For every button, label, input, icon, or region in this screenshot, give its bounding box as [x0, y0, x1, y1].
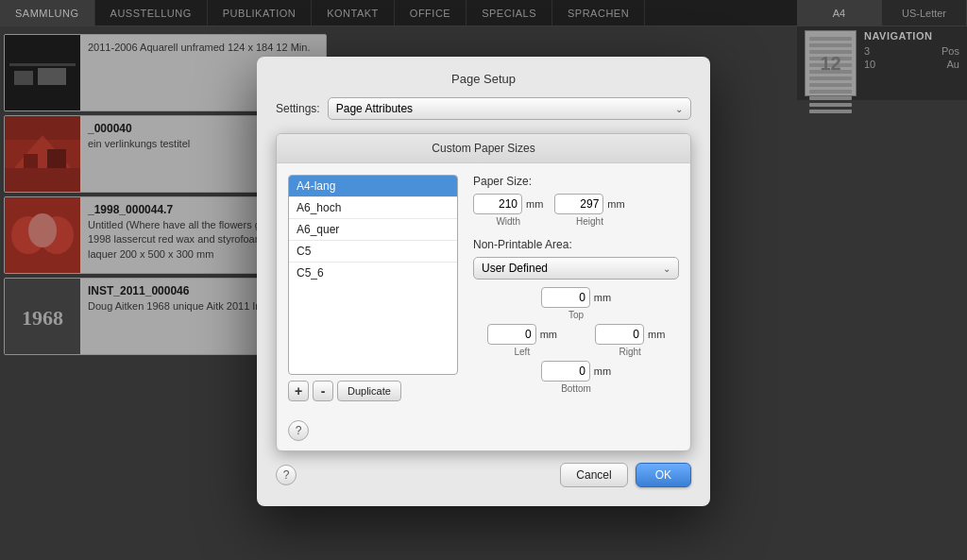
width-group: mm Width — [473, 194, 543, 227]
non-printable-section: Non-Printable Area: User Defined ⌄ — [473, 238, 679, 394]
right-input[interactable] — [595, 324, 644, 345]
settings-select[interactable]: Page Attributes ⌄ — [328, 97, 691, 120]
custom-paper-title: Custom Paper Sizes — [277, 134, 690, 163]
help-button-small[interactable]: ? — [288, 420, 309, 441]
paper-dimensions: Paper Size: mm Width — [473, 175, 679, 401]
height-label: Height — [576, 216, 603, 227]
np-select[interactable]: User Defined ⌄ — [473, 257, 679, 280]
height-input-row: mm — [554, 194, 624, 214]
width-input-row: mm — [473, 194, 543, 214]
right-input-row: mm — [595, 324, 665, 345]
top-unit: mm — [594, 292, 611, 303]
paper-size-section: Paper Size: mm Width — [473, 175, 679, 227]
cancel-button[interactable]: Cancel — [560, 463, 627, 487]
bottom-input[interactable] — [541, 361, 590, 382]
paper-list-item[interactable]: C5 — [289, 241, 457, 263]
top-input[interactable] — [541, 287, 590, 308]
right-margin-group: mm Right — [595, 324, 665, 357]
remove-paper-button[interactable]: - — [313, 381, 333, 401]
page-setup-title: Page Setup — [276, 72, 691, 86]
top-margin-group: mm Top — [541, 287, 611, 320]
add-paper-button[interactable]: + — [288, 381, 309, 401]
left-input[interactable] — [487, 324, 536, 345]
left-label: Left — [514, 347, 530, 357]
top-input-row: mm — [541, 287, 611, 308]
np-select-value: User Defined — [482, 262, 548, 275]
height-input[interactable] — [554, 194, 603, 214]
paper-list-buttons: + - Duplicate — [288, 381, 458, 401]
settings-label: Settings: — [276, 102, 320, 115]
right-label: Right — [619, 347, 640, 357]
height-group: mm Height — [554, 194, 624, 227]
np-select-row: User Defined ⌄ — [473, 257, 679, 280]
width-input[interactable] — [473, 194, 522, 214]
custom-paper-body: A4-lang A6_hoch A6_quer C5 C5_6 + - Dupl… — [277, 163, 690, 413]
margins-container: mm Top mm — [473, 287, 679, 394]
page-setup-dialog: Page Setup Settings: Page Attributes ⌄ C… — [257, 57, 710, 506]
left-unit: mm — [540, 329, 557, 340]
paper-list-item[interactable]: A6_hoch — [289, 197, 457, 219]
dialog-action-buttons: Cancel OK — [560, 463, 691, 487]
paper-size-label: Paper Size: — [473, 175, 679, 188]
paper-list-item[interactable]: C5_6 — [289, 263, 457, 283]
np-arrow-icon: ⌄ — [663, 263, 670, 274]
bottom-label: Bottom — [561, 383, 591, 394]
size-inputs: mm Width mm Height — [473, 194, 679, 227]
custom-paper-footer: ? — [277, 413, 690, 450]
width-label: Width — [496, 216, 520, 227]
left-input-row: mm — [487, 324, 557, 345]
lr-margin-row: mm Left mm Right — [487, 324, 666, 357]
dialog-overlay: Page Setup Settings: Page Attributes ⌄ C… — [0, 0, 967, 560]
settings-arrow-icon: ⌄ — [675, 104, 683, 114]
left-margin-group: mm Left — [487, 324, 557, 357]
non-printable-label: Non-Printable Area: — [473, 238, 679, 251]
settings-value: Page Attributes — [336, 102, 413, 115]
bottom-unit: mm — [594, 365, 611, 377]
bottom-input-row: mm — [541, 361, 611, 382]
paper-list-item[interactable]: A4-lang — [289, 176, 457, 197]
custom-paper-dialog: Custom Paper Sizes A4-lang A6_hoch A6_qu… — [276, 133, 691, 451]
settings-row: Settings: Page Attributes ⌄ — [276, 97, 691, 120]
right-unit: mm — [648, 329, 665, 340]
paper-list: A4-lang A6_hoch A6_quer C5 C5_6 — [288, 175, 458, 375]
bottom-margin-group: mm Bottom — [541, 361, 611, 394]
help-button[interactable]: ? — [276, 465, 297, 485]
paper-list-item[interactable]: A6_quer — [289, 219, 457, 241]
top-label: Top — [568, 310, 584, 320]
paper-list-container: A4-lang A6_hoch A6_quer C5 C5_6 + - Dupl… — [288, 175, 458, 401]
page-setup-footer: ? Cancel OK — [276, 463, 691, 487]
height-unit: mm — [607, 198, 624, 210]
duplicate-button[interactable]: Duplicate — [337, 381, 401, 401]
paper-number: 12 — [820, 53, 840, 75]
ok-button[interactable]: OK — [636, 463, 691, 487]
width-unit: mm — [526, 198, 543, 210]
